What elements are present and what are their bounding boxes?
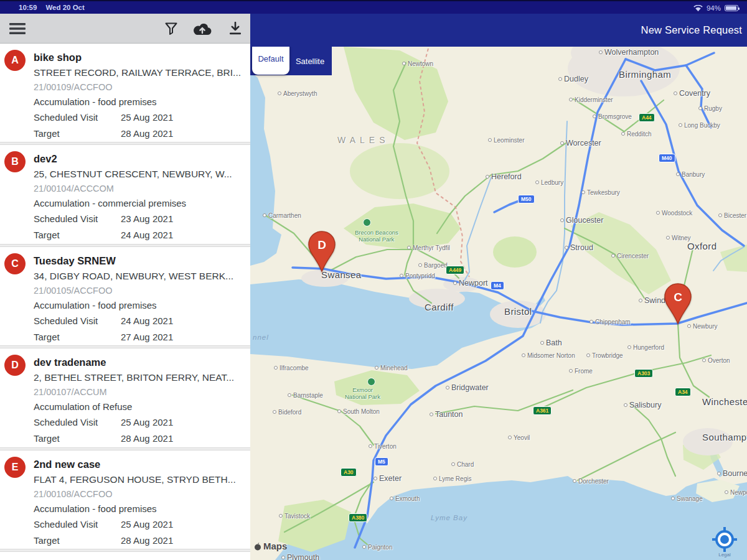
item-category: Accumulation of Refuse xyxy=(34,401,132,412)
item-reference: 21/00109/ACCFOO xyxy=(34,82,113,92)
scheduled-visit-date: 24 Aug 2021 xyxy=(121,315,173,326)
target-label: Target xyxy=(34,433,121,444)
item-target: Target24 Aug 2021 xyxy=(34,230,173,240)
target-label: Target xyxy=(34,230,121,240)
item-reference: 21/00105/ACCFOO xyxy=(34,286,113,296)
target-date: 28 Aug 2021 xyxy=(121,535,173,546)
service-request-list: Abike shopSTREET RECORD, RAILWAY TERRACE… xyxy=(0,44,250,560)
item-reference: 21/00104/ACCCOM xyxy=(34,184,114,194)
scheduled-visit-label: Scheduled Visit xyxy=(34,519,121,530)
battery-icon xyxy=(725,5,738,11)
list-item[interactable]: CTuesday SRNEW34, DIGBY ROAD, NEWBURY, W… xyxy=(0,247,250,345)
item-category: Accumulation - food premises xyxy=(34,96,157,107)
item-reference: 21/00107/ACCUM xyxy=(34,387,107,397)
list-toolbar xyxy=(0,14,250,44)
apple-logo-icon xyxy=(254,542,261,551)
item-badge: E xyxy=(4,457,26,478)
target-label: Target xyxy=(34,332,121,342)
list-item[interactable]: Bdev225, CHESTNUT CRESCENT, NEWBURY, W..… xyxy=(0,145,250,243)
list-item[interactable]: E2nd new caseFLAT 4, FERGUSON HOUSE, STR… xyxy=(0,450,250,549)
item-title: dev tradename xyxy=(34,357,106,368)
item-address: 25, CHESTNUT CRESCENT, NEWBURY, W... xyxy=(34,169,245,180)
svg-text:D: D xyxy=(317,238,326,251)
scheduled-visit-label: Scheduled Visit xyxy=(34,315,121,326)
map-canvas[interactable]: WolverhamptonDudleyBirminghamCoventryRug… xyxy=(250,47,747,560)
list-item[interactable]: Abike shopSTREET RECORD, RAILWAY TERRACE… xyxy=(0,44,250,142)
hamburger-menu-icon[interactable] xyxy=(5,14,30,44)
list-divider xyxy=(0,549,250,552)
scheduled-visit-label: Scheduled Visit xyxy=(34,213,121,224)
target-date: 28 Aug 2021 xyxy=(121,433,173,444)
item-address: STREET RECORD, RAILWAY TERRACE, BRI... xyxy=(34,67,245,78)
item-scheduled-visit: Scheduled Visit23 Aug 2021 xyxy=(34,213,173,224)
item-title: 2nd new case xyxy=(34,459,100,470)
filter-funnel-icon[interactable] xyxy=(159,14,184,44)
cloud-upload-icon[interactable] xyxy=(189,14,216,44)
map-layer-tabs: DefaultSatellite xyxy=(250,47,332,75)
map-pin-c[interactable]: C xyxy=(664,282,692,325)
target-date: 24 Aug 2021 xyxy=(121,230,173,240)
item-title: bike shop xyxy=(34,52,82,63)
target-date: 27 Aug 2021 xyxy=(121,332,173,342)
item-title: Tuesday SRNEW xyxy=(34,255,116,267)
scheduled-visit-label: Scheduled Visit xyxy=(34,417,121,427)
scheduled-visit-date: 23 Aug 2021 xyxy=(121,213,173,224)
scheduled-visit-date: 25 Aug 2021 xyxy=(121,519,173,530)
scheduled-visit-date: 25 Aug 2021 xyxy=(121,417,173,427)
legal-link[interactable]: Legal xyxy=(708,552,741,558)
item-scheduled-visit: Scheduled Visit25 Aug 2021 xyxy=(34,417,173,427)
item-badge: C xyxy=(4,253,26,274)
item-scheduled-visit: Scheduled Visit25 Aug 2021 xyxy=(34,112,173,123)
wifi-icon xyxy=(693,5,703,12)
item-address: 34, DIGBY ROAD, NEWBURY, WEST BERK... xyxy=(34,271,245,282)
item-category: Accumulation - food premises xyxy=(34,503,157,514)
app-header: New Service Request xyxy=(250,14,747,47)
item-target: Target28 Aug 2021 xyxy=(34,128,173,139)
item-badge: A xyxy=(4,50,26,71)
item-address: FLAT 4, FERGUSON HOUSE, STRYD BETH... xyxy=(34,474,245,485)
status-bar: 10:59 Wed 20 Oct 94% xyxy=(0,0,747,14)
status-date: Wed 20 Oct xyxy=(45,4,84,11)
maps-attribution: Maps xyxy=(254,541,287,551)
item-badge: B xyxy=(4,151,26,172)
target-label: Target xyxy=(34,128,121,139)
item-target: Target27 Aug 2021 xyxy=(34,332,173,342)
status-time: 10:59 xyxy=(19,4,37,11)
item-address: 2, BETHEL STREET, BRITON FERRY, NEAT... xyxy=(34,372,245,383)
scheduled-visit-label: Scheduled Visit xyxy=(34,112,121,123)
item-category: Accumulation - food premises xyxy=(34,300,157,310)
map-tab-satellite[interactable]: Satellite xyxy=(290,47,330,75)
download-icon[interactable] xyxy=(222,14,248,44)
item-reference: 21/00108/ACCFOO xyxy=(34,489,113,499)
item-category: Accumulation - commercial premises xyxy=(34,198,186,208)
item-scheduled-visit: Scheduled Visit25 Aug 2021 xyxy=(34,519,173,530)
target-date: 28 Aug 2021 xyxy=(121,128,173,139)
item-target: Target28 Aug 2021 xyxy=(34,535,173,546)
status-time-date: 10:59 Wed 20 Oct xyxy=(19,4,85,11)
battery-percent: 94% xyxy=(707,4,721,12)
item-title: dev2 xyxy=(34,153,57,165)
list-item[interactable]: Ddev tradename2, BETHEL STREET, BRITON F… xyxy=(0,348,250,447)
new-service-request-button[interactable]: New Service Request xyxy=(641,14,742,47)
map-pin-d[interactable]: D xyxy=(308,230,336,273)
map-tab-default[interactable]: Default xyxy=(252,47,289,75)
target-label: Target xyxy=(34,535,121,546)
scheduled-visit-date: 25 Aug 2021 xyxy=(121,112,173,123)
item-badge: D xyxy=(4,355,26,376)
item-scheduled-visit: Scheduled Visit24 Aug 2021 xyxy=(34,315,173,326)
item-target: Target28 Aug 2021 xyxy=(34,433,173,444)
svg-text:C: C xyxy=(674,291,682,304)
